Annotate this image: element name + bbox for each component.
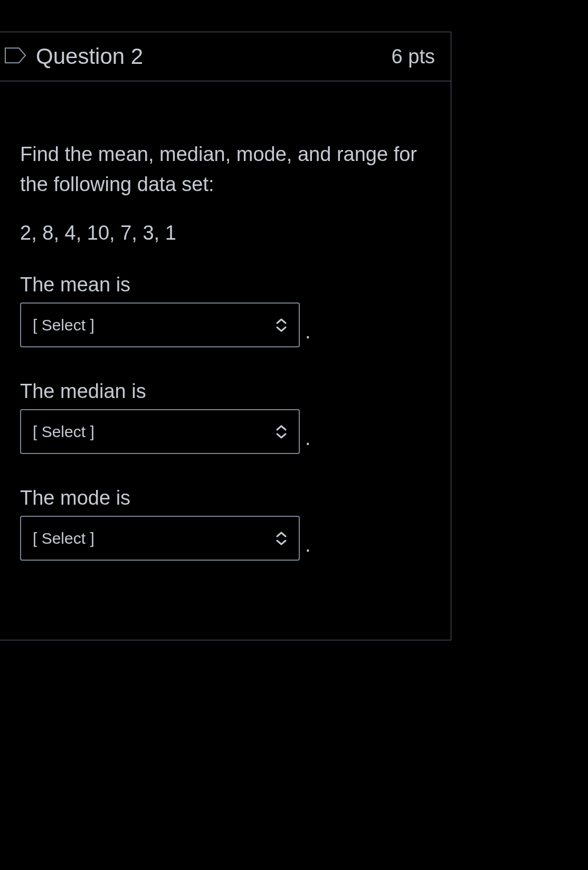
answer-label-mode: The mode is <box>20 487 431 509</box>
question-points: 6 pts <box>392 45 435 68</box>
select-placeholder: [ Select ] <box>33 316 94 334</box>
answer-block-mode: The mode is [ Select ] . <box>20 487 431 561</box>
select-mean[interactable]: [ Select ] <box>20 302 300 347</box>
chevron-updown-icon <box>276 532 287 545</box>
select-row: [ Select ] . <box>20 409 431 454</box>
question-title: Question 2 <box>36 44 143 69</box>
chevron-updown-icon <box>276 318 287 332</box>
select-mode[interactable]: [ Select ] <box>20 516 300 561</box>
select-placeholder: [ Select ] <box>33 423 94 441</box>
tag-icon <box>4 47 26 66</box>
question-header: Question 2 6 pts <box>0 32 451 81</box>
period: . <box>305 320 311 347</box>
question-prompt: Find the mean, median, mode, and range f… <box>20 139 431 200</box>
answer-block-mean: The mean is [ Select ] . <box>20 273 431 347</box>
question-card: Question 2 6 pts Find the mean, median, … <box>0 32 451 640</box>
select-median[interactable]: [ Select ] <box>20 409 300 454</box>
select-row: [ Select ] . <box>20 516 431 561</box>
period: . <box>305 427 311 454</box>
answer-label-mean: The mean is <box>20 273 431 296</box>
answer-block-median: The median is [ Select ] . <box>20 380 431 454</box>
select-row: [ Select ] . <box>20 302 431 347</box>
header-left: Question 2 <box>4 44 143 69</box>
period: . <box>305 534 311 561</box>
answer-label-median: The median is <box>20 380 431 403</box>
chevron-updown-icon <box>276 425 287 439</box>
data-set: 2, 8, 4, 10, 7, 3, 1 <box>20 222 431 244</box>
question-body: Find the mean, median, mode, and range f… <box>0 81 451 640</box>
select-placeholder: [ Select ] <box>33 529 94 547</box>
